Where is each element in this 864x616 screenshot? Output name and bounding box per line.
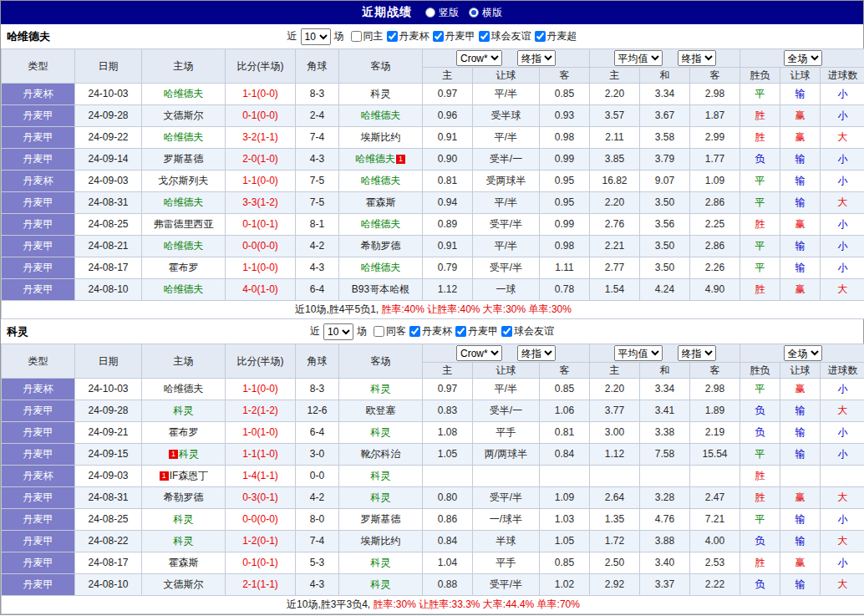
avg-draw-odds-cell (640, 466, 690, 487)
corner-cell: 2-4 (296, 105, 339, 127)
score-cell: 1-2(1-2) (226, 400, 296, 422)
filter-checkbox-input[interactable] (433, 31, 444, 42)
view-option-vertical[interactable]: 竖版 (425, 6, 459, 20)
score-cell: 1-1(0-0) (226, 257, 296, 279)
filter-checkbox[interactable]: 丹麦甲 (433, 29, 475, 43)
avg-away-odds-cell: 15.54 (690, 444, 740, 466)
corner-cell: 3-0 (296, 444, 339, 466)
handicap-result-cell: 输 (780, 509, 821, 531)
match-type-cell: 丹麦甲 (2, 487, 75, 509)
avg-draw-odds-cell: 3.67 (640, 105, 690, 127)
avg-away-odds-cell: 7.21 (690, 509, 740, 531)
summary-row: 近10场,胜3平3负4, 胜率:30% 让胜率:33.3% 大率:44.4% 单… (2, 596, 864, 614)
away-team-cell: 科灵 (339, 379, 423, 400)
bookmaker-select[interactable]: Crow* (456, 50, 502, 66)
team-link: 哈维德夫 (361, 262, 401, 273)
home-team-cell: 文德斯尔 (142, 574, 226, 596)
subcol-avg-away: 客 (690, 363, 740, 379)
avg-draw-odds-cell: 9.07 (640, 171, 690, 192)
avg-home-odds-cell: 1.12 (590, 444, 640, 466)
result-cell: 胜 (740, 466, 780, 487)
corner-cell: 7-5 (296, 171, 339, 192)
date-cell: 24-08-25 (75, 214, 142, 236)
asian-handicap-cell: 受平/半 (473, 574, 540, 596)
euro-stage-select[interactable]: 终指 (678, 345, 716, 361)
corner-cell: 8-0 (296, 509, 339, 531)
filter-checkbox-input[interactable] (374, 326, 384, 337)
asian-handicap-cell: 两/两球半 (473, 444, 540, 466)
avg-draw-odds-cell: 7.58 (640, 444, 690, 466)
subcol-handicap: 让球 (473, 363, 540, 379)
filter-checkbox-input[interactable] (479, 31, 490, 42)
result-scope-group: 全场 (740, 49, 864, 68)
filter-checkbox[interactable]: 同客 (374, 324, 406, 339)
avg-draw-odds-cell: 3.28 (640, 487, 690, 509)
filter-checkbox[interactable]: 同主 (351, 29, 384, 43)
average-select[interactable]: 平均值 (614, 345, 663, 361)
filter-checkbox[interactable]: 球会友谊 (501, 324, 554, 339)
col-home: 主场 (142, 344, 226, 379)
handicap-result-cell: 输 (780, 192, 821, 214)
asian-home-odds-cell: 0.80 (423, 487, 473, 509)
match-count-select[interactable]: 10 (323, 323, 353, 340)
away-team-cell: 科灵 (339, 466, 423, 487)
home-team-cell: 科灵 (142, 400, 226, 422)
avg-home-odds-cell: 1.35 (590, 509, 640, 531)
away-team-cell: B93哥本哈根 (339, 279, 423, 301)
radio-icon (425, 8, 435, 18)
avg-away-odds-cell: 2.53 (690, 552, 740, 574)
goals-result-cell: 大 (821, 279, 864, 301)
scope-select[interactable]: 全场 (784, 50, 822, 66)
score-cell: 0-0(0-0) (226, 509, 296, 531)
filter-checkbox-input[interactable] (501, 326, 512, 337)
filter-checkbox[interactable]: 丹麦杯 (409, 324, 452, 339)
asian-home-odds-cell: 1.04 (423, 552, 473, 574)
avg-home-odds-cell: 2.77 (590, 257, 640, 279)
view-option-horizontal[interactable]: 横版 (469, 6, 502, 20)
home-team-cell: 科灵 (142, 531, 226, 552)
match-row: 丹麦甲24-08-21哈维德夫0-0(0-0)4-2希勒罗德0.91平/半0.9… (2, 236, 864, 257)
filter-checkbox-input[interactable] (535, 31, 546, 42)
goals-result-cell: 大 (821, 531, 864, 552)
team-link: 埃斯比约 (361, 535, 401, 547)
asian-handicap-cell: 平/半 (473, 192, 540, 214)
filter-checkbox-label: 丹麦超 (547, 29, 577, 43)
filter-checkbox[interactable]: 丹麦甲 (455, 324, 498, 339)
avg-home-odds-cell: 2.76 (590, 214, 640, 236)
date-cell: 24-09-28 (75, 400, 142, 422)
col-score: 比分(半场) (226, 49, 296, 84)
col-score: 比分(半场) (226, 344, 296, 379)
team-link: 科灵 (174, 535, 194, 547)
filter-checkbox[interactable]: 丹麦杯 (387, 29, 429, 43)
filter-checkbox-label: 丹麦甲 (468, 324, 498, 339)
team-link: 埃斯比约 (361, 131, 401, 143)
filter-checkbox-input[interactable] (409, 326, 420, 337)
handicap-result-cell: 输 (780, 257, 821, 279)
asian-home-odds-cell: 0.83 (423, 400, 473, 422)
filter-checkbox-input[interactable] (351, 31, 362, 42)
date-cell: 24-09-03 (75, 466, 142, 487)
date-cell: 24-10-03 (75, 84, 142, 105)
asian-stage-select[interactable]: 终指 (517, 345, 556, 361)
team-link: 科灵 (371, 491, 391, 503)
bookmaker-select[interactable]: Crow* (456, 345, 502, 361)
handicap-result-cell: 输 (780, 171, 821, 192)
filter-checkbox-label: 球会友谊 (514, 324, 554, 339)
average-select[interactable]: 平均值 (614, 50, 663, 66)
view-option-label: 横版 (482, 6, 502, 20)
team-link: 文德斯尔 (164, 109, 204, 121)
filter-checkbox[interactable]: 球会友谊 (479, 29, 531, 43)
date-cell: 24-09-03 (75, 171, 142, 192)
subcol-asian-home: 主 (423, 68, 473, 84)
filter-checkbox-input[interactable] (387, 31, 398, 42)
team-link: 哈维德夫 (164, 196, 204, 208)
asian-stage-select[interactable]: 终指 (517, 50, 556, 66)
euro-stage-select[interactable]: 终指 (678, 50, 716, 66)
asian-away-odds-cell: 0.85 (540, 84, 590, 105)
filter-checkbox[interactable]: 丹麦超 (535, 29, 577, 43)
date-cell: 24-08-22 (75, 531, 142, 552)
filter-checkbox-input[interactable] (455, 326, 466, 337)
corner-cell: 7-5 (296, 192, 339, 214)
scope-select[interactable]: 全场 (784, 345, 822, 361)
match-count-select[interactable]: 10 (301, 28, 331, 45)
